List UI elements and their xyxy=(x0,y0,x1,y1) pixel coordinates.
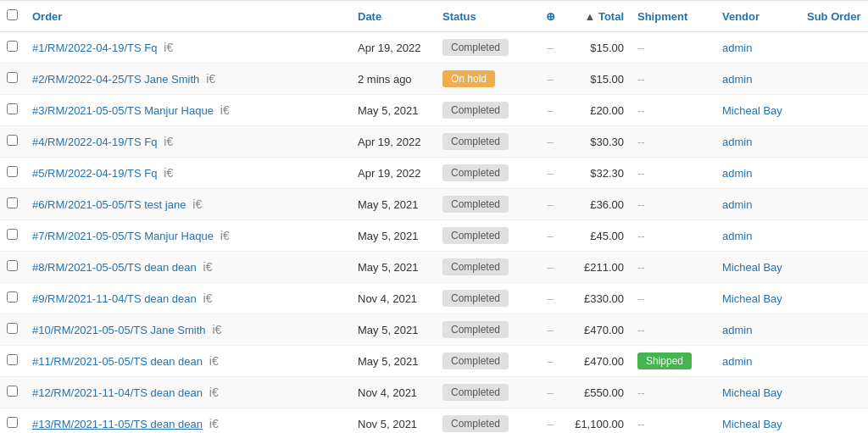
suborder-cell xyxy=(800,346,868,377)
shipment-dash: -- xyxy=(637,42,645,54)
vendor-link[interactable]: admin xyxy=(722,73,752,86)
shipment-cell: -- xyxy=(631,283,715,314)
select-all-checkbox[interactable] xyxy=(7,9,18,20)
vendor-cell: admin xyxy=(715,314,800,346)
status-badge: On hold xyxy=(442,70,495,87)
total-icon-cell: – xyxy=(537,95,563,126)
order-link[interactable]: #11/RM/2021-05-05/TS dean dean xyxy=(32,355,203,368)
vendor-link[interactable]: admin xyxy=(722,324,752,336)
total-dash: – xyxy=(547,418,553,430)
status-cell: Completed xyxy=(436,408,537,434)
order-link[interactable]: #5/RM/2022-04-19/TS Fq xyxy=(32,167,157,180)
total-dash: – xyxy=(547,42,553,54)
order-info-icon[interactable]: i€ xyxy=(160,135,173,148)
status-badge: Completed xyxy=(442,227,509,244)
row-checkbox[interactable] xyxy=(7,260,18,271)
row-checkbox[interactable] xyxy=(7,229,18,240)
total-cell: $32.30 xyxy=(563,158,631,189)
order-cell: #11/RM/2021-05-05/TS dean dean i€ xyxy=(25,346,351,377)
vendor-link[interactable]: Micheal Bay xyxy=(722,418,782,430)
status-column-label: Status xyxy=(442,10,476,23)
total-column-header[interactable]: ▲ Total xyxy=(563,1,631,32)
status-cell: Completed xyxy=(436,220,537,252)
order-info-icon[interactable]: i€ xyxy=(217,229,230,242)
row-checkbox-cell xyxy=(0,220,25,252)
vendor-link[interactable]: Micheal Bay xyxy=(722,292,782,305)
order-info-icon[interactable]: i€ xyxy=(160,166,173,180)
row-checkbox[interactable] xyxy=(7,354,18,365)
vendor-link[interactable]: admin xyxy=(722,230,752,242)
vendor-link[interactable]: admin xyxy=(722,42,752,54)
order-info-icon[interactable]: i€ xyxy=(203,72,215,86)
order-link[interactable]: #1/RM/2022-04-19/TS Fq xyxy=(32,42,157,54)
status-badge: Completed xyxy=(442,39,509,56)
total-cell: £211.00 xyxy=(563,252,631,283)
order-column-header[interactable]: Order xyxy=(25,1,351,32)
date-column-header[interactable]: Date xyxy=(351,1,436,32)
order-link[interactable]: #2/RM/2022-04-25/TS Jane Smith xyxy=(32,73,199,86)
row-checkbox-cell xyxy=(0,346,25,377)
row-checkbox[interactable] xyxy=(7,41,18,52)
order-link[interactable]: #7/RM/2021-05-05/TS Manjur Haque xyxy=(32,230,214,242)
status-column-header: Status xyxy=(436,1,537,32)
vendor-link[interactable]: admin xyxy=(722,136,752,148)
order-info-icon[interactable]: i€ xyxy=(206,417,219,430)
suborder-cell xyxy=(800,408,868,434)
date-cell: Nov 4, 2021 xyxy=(351,283,436,314)
order-info-icon[interactable]: i€ xyxy=(206,386,219,399)
order-info-icon[interactable]: i€ xyxy=(189,197,202,211)
status-cell: Completed xyxy=(436,314,537,346)
order-link[interactable]: #4/RM/2022-04-19/TS Fq xyxy=(32,136,157,148)
order-info-icon[interactable]: i€ xyxy=(209,323,222,336)
row-checkbox[interactable] xyxy=(7,386,18,397)
order-link[interactable]: #9/RM/2021-11-04/TS dean dean xyxy=(32,292,197,305)
shipment-dash: -- xyxy=(637,386,645,399)
vendor-link[interactable]: Micheal Bay xyxy=(722,104,782,117)
order-info-icon[interactable]: i€ xyxy=(160,41,173,54)
order-cell: #8/RM/2021-05-05/TS dean dean i€ xyxy=(25,252,351,283)
shipment-dash: -- xyxy=(637,324,645,336)
total-icon-cell: – xyxy=(537,377,563,408)
order-cell: #5/RM/2022-04-19/TS Fq i€ xyxy=(25,158,351,189)
order-link[interactable]: #12/RM/2021-11-04/TS dean dean xyxy=(32,386,203,399)
total-dash: – xyxy=(547,355,553,368)
vendor-link[interactable]: Micheal Bay xyxy=(722,261,782,274)
order-link[interactable]: #8/RM/2021-05-05/TS dean dean xyxy=(32,261,197,274)
order-cell: #6/RM/2021-05-05/TS test jane i€ xyxy=(25,189,351,220)
row-checkbox[interactable] xyxy=(7,72,18,83)
total-icon-cell: – xyxy=(537,126,563,158)
row-checkbox[interactable] xyxy=(7,323,18,334)
row-checkbox[interactable] xyxy=(7,103,18,114)
status-badge: Completed xyxy=(442,353,509,369)
row-checkbox[interactable] xyxy=(7,135,18,146)
vendor-cell: admin xyxy=(715,158,800,189)
total-column-label: Total xyxy=(598,10,624,23)
order-link[interactable]: #10/RM/2021-05-05/TS Jane Smith xyxy=(32,324,206,336)
order-info-icon[interactable]: i€ xyxy=(200,291,213,305)
row-checkbox[interactable] xyxy=(7,417,18,428)
select-all-header[interactable] xyxy=(0,1,25,32)
row-checkbox[interactable] xyxy=(7,166,18,177)
vendor-link[interactable]: admin xyxy=(722,198,752,211)
order-link[interactable]: #13/RM/2021-11-05/TS dean dean xyxy=(32,418,203,430)
suborder-column-header: Sub Order xyxy=(800,1,868,32)
vendor-link[interactable]: admin xyxy=(722,355,752,368)
table-body: #1/RM/2022-04-19/TS Fq i€Apr 19, 2022Com… xyxy=(0,32,868,434)
total-dash: – xyxy=(547,198,553,211)
order-info-icon[interactable]: i€ xyxy=(217,103,230,117)
row-checkbox[interactable] xyxy=(7,197,18,208)
shipment-dash: -- xyxy=(637,73,645,86)
vendor-link[interactable]: admin xyxy=(722,167,752,180)
row-checkbox-cell xyxy=(0,377,25,408)
order-cell: #13/RM/2021-11-05/TS dean dean i€ xyxy=(25,408,351,434)
order-info-icon[interactable]: i€ xyxy=(200,260,213,274)
order-info-icon[interactable]: i€ xyxy=(206,354,219,368)
order-link[interactable]: #3/RM/2021-05-05/TS Manjur Haque xyxy=(32,104,214,117)
vendor-link[interactable]: Micheal Bay xyxy=(722,386,782,399)
date-cell: May 5, 2021 xyxy=(351,346,436,377)
vendor-cell: Micheal Bay xyxy=(715,95,800,126)
row-checkbox[interactable] xyxy=(7,291,18,303)
row-checkbox-cell xyxy=(0,95,25,126)
order-link[interactable]: #6/RM/2021-05-05/TS test jane xyxy=(32,198,186,211)
date-cell: Apr 19, 2022 xyxy=(351,32,436,64)
